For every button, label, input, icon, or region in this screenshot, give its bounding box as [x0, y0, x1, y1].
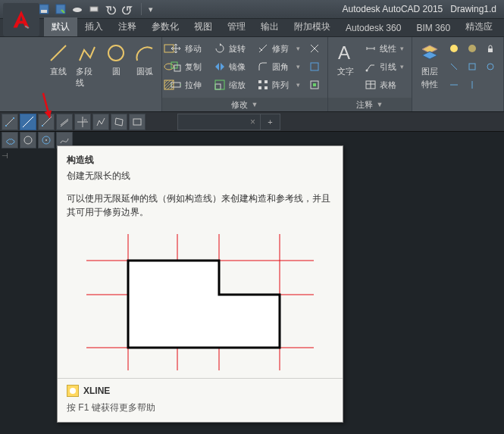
move-button[interactable]: 移动	[167, 40, 208, 57]
svg-point-7	[108, 45, 124, 61]
tool-revcloud[interactable]	[2, 132, 18, 148]
circle-button[interactable]: 圆	[103, 40, 129, 79]
app-menu-button[interactable]	[3, 3, 39, 36]
svg-text:A: A	[338, 42, 350, 63]
fillet-icon	[257, 61, 269, 73]
layer-extra-5[interactable]	[464, 76, 481, 93]
qat-plot-icon[interactable]	[88, 3, 100, 15]
tab-default[interactable]: 默认	[44, 17, 77, 36]
svg-line-31	[6, 118, 14, 126]
chevron-down-icon: ▼	[251, 101, 258, 108]
tab-view[interactable]: 视图	[186, 17, 220, 36]
scale-button[interactable]: 缩放	[211, 76, 252, 93]
toolbar-pin-icon[interactable]: ⊣	[2, 151, 15, 161]
fillet-button[interactable]: 圆角▾	[254, 58, 302, 75]
tab-output[interactable]: 输出	[253, 17, 286, 36]
app-title: Autodesk AutoCAD 2015	[343, 4, 443, 14]
modify-panel-title[interactable]: 修改▼	[162, 98, 327, 111]
scale-icon	[214, 79, 226, 91]
tool-circle2[interactable]	[38, 132, 55, 148]
qat-redo-icon[interactable]	[121, 3, 133, 15]
arc-icon	[133, 42, 156, 64]
tooltip-subtitle: 创建无限长的线	[58, 170, 343, 189]
text-button[interactable]: A 文字	[333, 40, 358, 79]
qat-undo-icon[interactable]	[105, 3, 117, 15]
trim-button[interactable]: 修剪▾	[254, 40, 302, 57]
copy-button[interactable]: 复制	[167, 58, 208, 75]
circle-label: 圆	[112, 66, 121, 77]
line-button[interactable]: 直线	[45, 40, 71, 79]
svg-rect-22	[313, 83, 316, 86]
title-bar: ▾ Autodesk AutoCAD 2015 Drawing1.d	[0, 0, 504, 19]
layer-extra-2[interactable]	[464, 58, 481, 75]
mirror-button[interactable]: 镜像	[211, 58, 252, 75]
leader-button[interactable]: 引线▾	[362, 58, 407, 75]
tooltip-command: XLINE	[58, 379, 343, 400]
svg-rect-33	[13, 117, 14, 119]
tab-featured[interactable]: 精选应	[458, 17, 500, 36]
tool-circle[interactable]	[20, 132, 36, 148]
stretch-button[interactable]: 拉伸	[167, 76, 208, 93]
tab-insert[interactable]: 插入	[77, 17, 111, 36]
tab-manage[interactable]: 管理	[220, 17, 253, 36]
svg-rect-36	[42, 125, 43, 126]
svg-rect-5	[90, 7, 98, 11]
ribbon-tab-row: 默认 插入 注释 参数化 视图 管理 输出 附加模块 Autodesk 360 …	[0, 19, 504, 37]
table-button[interactable]: 表格	[362, 76, 407, 93]
layer-lock-icon[interactable]	[482, 40, 499, 57]
tooltip-f1-hint: 按 F1 键获得更多帮助	[58, 400, 343, 422]
layer-extra-4[interactable]	[446, 76, 462, 93]
polyline-button[interactable]: 多段线	[74, 40, 100, 90]
new-tab-button[interactable]: +	[261, 114, 280, 130]
modify-extra-2[interactable]	[306, 58, 323, 75]
svg-point-46	[45, 139, 47, 141]
svg-line-34	[23, 117, 33, 127]
tool-line[interactable]	[2, 114, 18, 130]
modify-extra-1[interactable]	[306, 40, 323, 57]
layer-freeze-icon[interactable]	[464, 40, 481, 57]
line-label: 直线	[50, 66, 67, 77]
linear-dim-button[interactable]: 线性▾	[362, 40, 407, 57]
tab-a360[interactable]: Autodesk 360	[338, 20, 409, 36]
copy-icon	[170, 61, 182, 73]
array-button[interactable]: 阵列▾	[254, 76, 302, 93]
svg-point-4	[73, 8, 82, 12]
layer-extra-3[interactable]	[482, 58, 499, 75]
layer-extra-1[interactable]	[446, 58, 462, 75]
close-icon[interactable]: ×	[250, 117, 255, 127]
tool-xline2[interactable]: n	[74, 114, 91, 130]
svg-line-38	[61, 120, 68, 126]
dimension-icon	[365, 42, 377, 55]
tool-pline[interactable]	[92, 114, 109, 130]
svg-rect-2	[41, 10, 47, 13]
text-icon: A	[334, 42, 357, 64]
arc-button[interactable]: 圆弧	[132, 40, 158, 79]
chevron-down-icon: ▾	[296, 45, 300, 52]
rotate-button[interactable]: 旋转	[211, 40, 252, 57]
layers-icon	[418, 42, 441, 64]
line-icon	[47, 42, 70, 64]
qat-cloud-icon[interactable]	[71, 3, 83, 15]
svg-rect-28	[488, 48, 493, 52]
svg-rect-19	[265, 86, 268, 89]
qat-dropdown-icon[interactable]: ▾	[145, 3, 157, 15]
qat-saveas-icon[interactable]	[55, 3, 67, 15]
arc-label: 圆弧	[136, 66, 153, 77]
drawing-tab[interactable]: ×	[177, 114, 261, 130]
layer-on-icon[interactable]	[446, 40, 462, 57]
modify-extra-3[interactable]	[306, 76, 323, 93]
svg-rect-20	[311, 63, 318, 70]
tab-bim360[interactable]: BIM 360	[409, 20, 458, 36]
layer-props-button[interactable]: 图层 特性	[417, 40, 443, 92]
tab-parametric[interactable]: 参数化	[144, 17, 186, 36]
svg-line-6	[51, 45, 66, 61]
tab-addins[interactable]: 附加模块	[286, 17, 338, 36]
chevron-down-icon: ▾	[296, 63, 300, 70]
tooltip: 构造线 创建无限长的线 可以使用无限延伸的线（例如构造线）来创建构造和参考线，并…	[57, 145, 343, 423]
tool-rect2[interactable]	[129, 114, 146, 130]
svg-marker-42	[115, 118, 123, 126]
tab-annotate[interactable]: 注释	[111, 17, 144, 36]
annot-panel-title[interactable]: 注释▼	[328, 98, 412, 111]
tool-rect[interactable]	[111, 114, 127, 130]
qat-save-icon[interactable]	[38, 3, 50, 15]
